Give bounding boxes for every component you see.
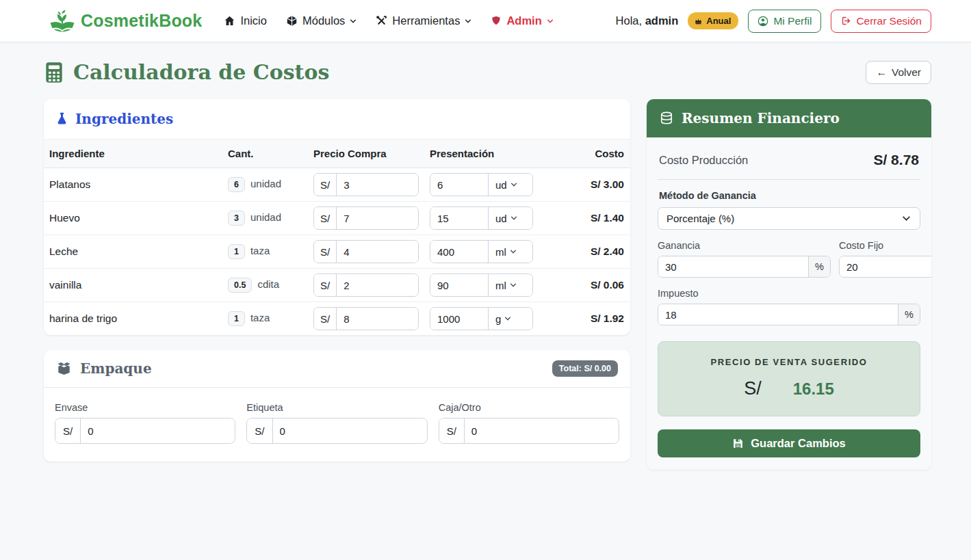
suggested-price-label: PRECIO DE VENTA SUGERIDO: [665, 357, 913, 367]
field-label: Envase: [55, 402, 235, 413]
presentation-qty-input[interactable]: [430, 308, 488, 330]
tax-input[interactable]: [658, 304, 898, 325]
qty-badge: 1: [228, 244, 245, 259]
profile-button[interactable]: Mi Perfil: [748, 10, 821, 33]
currency-prefix: S/: [314, 174, 337, 196]
currency-prefix: S/: [247, 418, 272, 443]
price-input[interactable]: [337, 174, 418, 196]
price-input[interactable]: [337, 308, 418, 330]
unit-label: cdita: [257, 278, 279, 290]
envase-input[interactable]: [81, 418, 235, 443]
summary-title: Resumen Financiero: [682, 110, 840, 126]
price-input-group: S/: [313, 274, 419, 297]
brand-name: CosmetikBook: [81, 11, 202, 31]
unit-select[interactable]: g: [488, 308, 532, 330]
currency-prefix: S/: [314, 241, 337, 263]
suggested-price-box: PRECIO DE VENTA SUGERIDO S/ 16.15: [658, 341, 920, 416]
chevron-down-icon: [504, 315, 511, 322]
nav-item-admin[interactable]: Admin: [491, 14, 553, 27]
ingredient-name: Platanos: [44, 168, 222, 202]
nav-item-inicio[interactable]: Inicio: [224, 14, 267, 27]
presentation-qty-input[interactable]: [430, 241, 488, 263]
price-input-group: S/: [313, 307, 419, 330]
shield-icon: [491, 15, 502, 27]
qty-badge: 3: [228, 211, 245, 226]
nav-right: Hola, admin Anual Mi Perfil Cerrar Sesió…: [616, 10, 931, 33]
unit-select[interactable]: ud: [488, 207, 532, 229]
table-row: harina de trigo 1taza S/ g S/ 1.92: [44, 302, 630, 336]
method-select[interactable]: Porcentaje (%): [658, 207, 920, 230]
col-cant: Cant.: [222, 139, 308, 168]
cost-value: S/ 2.40: [539, 235, 630, 269]
tax-label: Impuesto: [658, 288, 920, 299]
floppy-disk-icon: [732, 438, 744, 449]
table-row: Leche 1taza S/ ml S/ 2.40: [44, 235, 630, 269]
cost-value: S/ 1.40: [539, 202, 630, 235]
plan-badge-label: Anual: [706, 16, 731, 26]
chevron-down-icon: [350, 18, 357, 25]
presentation-group: ml: [430, 274, 533, 297]
presentation-qty-input[interactable]: [430, 174, 488, 196]
currency-prefix: S/: [55, 418, 81, 443]
unit-select[interactable]: ud: [488, 174, 532, 196]
price-input-group: S/: [313, 240, 419, 263]
ingredients-title: Ingredientes: [75, 111, 173, 127]
currency-prefix: S/: [314, 308, 337, 330]
presentation-group: ud: [430, 206, 533, 230]
back-button[interactable]: ← Volver: [866, 61, 931, 84]
ingredient-name: harina de trigo: [44, 302, 222, 336]
gain-field: Ganancia %: [658, 240, 831, 278]
gain-input[interactable]: [658, 256, 808, 277]
etiqueta-input-group: S/: [246, 418, 427, 444]
presentation-qty-input[interactable]: [430, 207, 488, 229]
gain-input-group: %: [658, 256, 831, 278]
summary-body: Costo Producción S/ 8.78 Método de Ganan…: [647, 137, 931, 470]
currency-prefix: S/: [314, 274, 337, 296]
packaging-field-etiqueta: Etiqueta S/: [246, 402, 427, 444]
calculator-icon: [44, 62, 64, 83]
nav-item-herramientas[interactable]: Herramientas: [376, 14, 471, 27]
production-cost-label: Costo Producción: [659, 154, 748, 167]
etiqueta-input[interactable]: [273, 418, 427, 443]
cost-value: S/ 3.00: [539, 168, 630, 202]
packaging-card: Empaque Total: S/ 0.00 Envase S/ Etiquet…: [44, 350, 630, 462]
brand-logo[interactable]: CosmetikBook: [48, 8, 202, 35]
unit-select[interactable]: ml: [488, 274, 532, 296]
packaging-field-caja: Caja/Otro S/: [439, 402, 619, 444]
unit-label: taza: [250, 312, 270, 323]
currency-prefix: S/: [439, 418, 465, 443]
qty-badge: 6: [228, 177, 245, 192]
logout-button[interactable]: Cerrar Sesión: [831, 10, 931, 33]
fixed-cost-input[interactable]: [840, 256, 931, 277]
col-costo: Costo: [539, 139, 630, 168]
suggested-price-value: 16.15: [793, 379, 834, 399]
save-button[interactable]: Guardar Cambios: [658, 429, 920, 457]
chevron-down-icon: [510, 282, 517, 289]
unit-select[interactable]: ml: [488, 241, 532, 263]
qty-badge: 1: [228, 311, 245, 326]
suggested-price-currency: S/: [744, 378, 762, 399]
price-input[interactable]: [337, 274, 418, 296]
cost-value: S/ 1.92: [539, 302, 630, 336]
production-cost-row: Costo Producción S/ 8.78: [659, 152, 919, 168]
price-input-group: S/: [313, 173, 419, 196]
divider: [658, 179, 920, 180]
qty-badge: 0.5: [228, 278, 252, 293]
price-input[interactable]: [337, 241, 418, 263]
ingredient-name: vainilla: [44, 269, 222, 302]
ingredient-name: Huevo: [44, 202, 222, 235]
chevron-down-icon: [465, 18, 471, 25]
open-box-icon: [56, 362, 72, 375]
presentation-qty-input[interactable]: [430, 274, 488, 296]
presentation-group: ml: [430, 240, 533, 263]
chevron-down-icon: [510, 181, 517, 188]
page-title-text: Calculadora de Costos: [73, 60, 329, 84]
nav-item-modulos[interactable]: Módulos: [286, 14, 357, 27]
price-input[interactable]: [337, 207, 418, 229]
caja-input[interactable]: [465, 418, 619, 443]
left-column: Ingredientes Ingrediente Cant. Precio Co…: [44, 99, 630, 462]
fixed-cost-label: Costo Fijo: [839, 240, 931, 251]
fixed-cost-field: Costo Fijo %: [839, 240, 931, 278]
table-row: Huevo 3unidad S/ ud S/ 1.40: [44, 202, 630, 235]
tax-field: Impuesto %: [658, 288, 920, 325]
